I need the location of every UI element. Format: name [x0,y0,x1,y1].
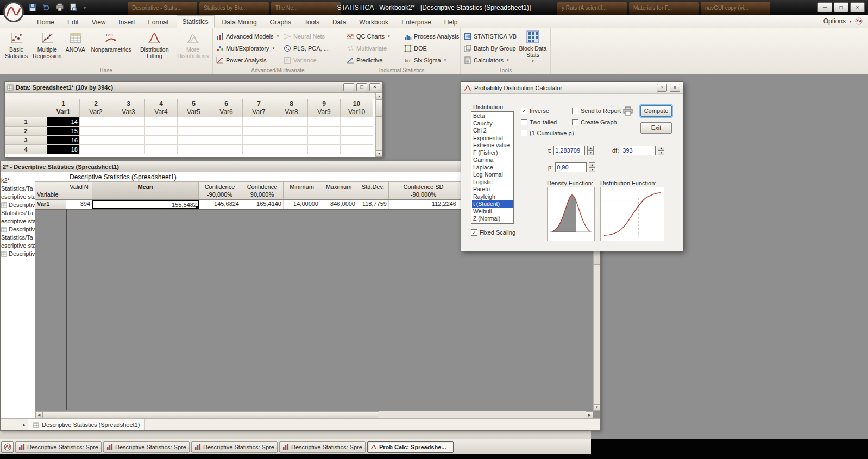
grid-cell[interactable] [243,127,275,136]
title-bar[interactable]: Descriptive - Statis... Statistics by Bl… [0,0,868,15]
grid-cell-selected[interactable]: 15 [47,127,80,136]
horizontal-scrollbar[interactable]: ◀ ▶ [35,411,593,418]
cell-confidence-low[interactable]: 145,6824 [199,200,241,209]
grid-cell[interactable] [145,136,178,145]
menu-item-view[interactable]: View [86,16,111,28]
minimize-button[interactable]: ─ [817,2,832,12]
batch-by-group-button[interactable]: Batch By Group [464,45,520,52]
close-button[interactable]: × [670,84,680,92]
tree-item-descriptive[interactable]: Descriptive [1,201,35,209]
pls-pca-button[interactable]: PLS, PCA, ... [284,45,341,52]
listbox-item[interactable]: Logistic [472,179,513,186]
grid-cell[interactable] [210,136,243,145]
listbox-item[interactable]: Extreme value [472,142,513,149]
checkbox-checked-icon[interactable]: ✓ [521,108,527,114]
anova-button[interactable]: ANOVA [64,29,87,65]
grid-cell[interactable] [243,117,275,127]
grid-cell[interactable] [275,136,308,145]
column-header-var3[interactable]: 3Var3 [112,99,145,117]
column-header-minimum[interactable]: Minimum [284,182,320,199]
grid-cell[interactable] [178,145,210,154]
cell-confidence-high[interactable]: 165,4140 [241,200,284,209]
listbox-item[interactable]: F (Fisher) [472,149,513,157]
qc-charts-button[interactable]: QC Charts ▼ [347,33,404,40]
spin-up-icon[interactable]: ▲ [658,146,664,150]
print-icon[interactable] [55,3,64,12]
spin-down-icon[interactable]: ▼ [587,150,594,155]
row-header[interactable]: 1 [5,117,47,127]
grid-cell[interactable] [145,127,178,136]
tree-item[interactable]: Statistics/Ta [1,185,35,193]
scroll-down-icon[interactable]: ▼ [376,150,382,157]
grid-cell[interactable] [341,117,373,127]
menu-item-format[interactable]: Format [143,16,174,28]
checkbox-unchecked-icon[interactable] [572,119,578,125]
tree-item[interactable]: Statistics/Ta [1,209,35,217]
spin-up-icon[interactable]: ▲ [589,162,595,167]
column-header-confidence-low[interactable]: Confidence-90,000% [199,182,241,199]
column-header-maximum[interactable]: Maximum [320,182,357,199]
menu-item-workbook[interactable]: Workbook [354,16,394,28]
dialog-titlebar[interactable]: Probability Distribution Calculator ? × [461,82,683,94]
checkbox-unchecked-icon[interactable] [572,108,578,114]
menu-item-graphs[interactable]: Graphs [265,16,297,28]
send-to-report-checkbox[interactable]: Send to Report [572,108,621,114]
scroll-right-icon[interactable]: ▶ [586,411,593,418]
menu-item-tools[interactable]: Tools [299,16,325,28]
column-header-variable[interactable]: Variable [35,182,66,199]
grid-cell[interactable] [308,127,341,136]
grid-cell[interactable] [112,136,145,145]
grid-cell[interactable] [308,145,341,154]
column-header-var9[interactable]: 9Var9 [308,99,341,117]
grid-cell[interactable] [80,127,112,136]
grid-cell[interactable] [308,117,341,127]
row-header-var1[interactable]: Var1 [35,200,66,209]
scroll-down-icon[interactable]: ▼ [594,404,600,411]
df-spinner[interactable]: ▲ ▼ [658,146,664,155]
menu-item-data-mining[interactable]: Data Mining [217,16,262,28]
tree-item[interactable]: escriptive sta [1,217,35,225]
column-header-var4[interactable]: 4Var4 [145,99,178,117]
column-header-var6[interactable]: 6Var6 [210,99,243,117]
grid-cell[interactable] [210,127,243,136]
row-header[interactable]: 3 [5,136,47,145]
variance-button[interactable]: Σ Variance [284,56,341,64]
scrollbar-thumb[interactable] [376,99,382,117]
six-sigma-button[interactable]: 6σ Six Sigma ▼ [404,56,461,64]
grid-cell[interactable] [275,127,308,136]
menu-item-help[interactable]: Help [439,16,463,28]
two-tailed-checkbox[interactable]: Two-tailed [521,119,557,125]
cell-confidence-sd-low[interactable]: 112,2246 [389,200,458,209]
exit-button[interactable]: Exit [640,122,672,134]
row-header[interactable]: 2 [5,127,47,136]
listbox-item[interactable]: Rayleigh [472,193,513,201]
tree-expand-icon[interactable]: ▸ [1,422,28,427]
listbox-item[interactable]: Log-Normal [472,171,513,179]
grid-cell[interactable] [243,136,275,145]
tree-item[interactable]: escriptive sta [1,242,35,250]
column-header-var5[interactable]: 5Var5 [178,99,210,117]
scrollbar-thumb[interactable] [43,411,379,418]
grid-cell[interactable] [112,145,145,154]
maximize-button[interactable]: □ [356,83,367,91]
data-window-titlebar[interactable]: Data: Spreadsheet1* (10v by 394c) ─ □ × [5,82,382,93]
grid-cell[interactable] [145,117,178,127]
neural-nets-button[interactable]: Neural Nets [284,33,341,40]
grid-cell[interactable] [341,136,373,145]
grid-cell-selected[interactable]: 18 [47,145,80,154]
tree-item-workbook-root[interactable]: k2* [1,177,35,185]
grid-cell[interactable] [112,127,145,136]
listbox-item[interactable]: Beta [472,112,513,120]
column-header-var10[interactable]: 10Var10 [341,99,373,117]
close-button[interactable]: × [369,83,380,91]
task-button-descriptive-2[interactable]: Descriptive Statistics: Spre... [103,441,190,453]
tree-item-descriptive[interactable]: Descriptive [1,225,35,234]
mult-exploratory-button[interactable]: Mult/Exploratory ▼ [216,45,284,52]
minimize-button[interactable]: ─ [343,83,354,91]
help-button[interactable]: ? [657,84,667,92]
options-menu[interactable]: Options ▼ [823,17,863,25]
grid-cell[interactable] [80,117,112,127]
task-button-descriptive-1[interactable]: Descriptive Statistics: Spre... [15,441,102,453]
quick-access-dropdown-icon[interactable]: ▼ [83,5,87,10]
nonparametrics-button[interactable]: 123 Nonparametrics [87,29,136,65]
